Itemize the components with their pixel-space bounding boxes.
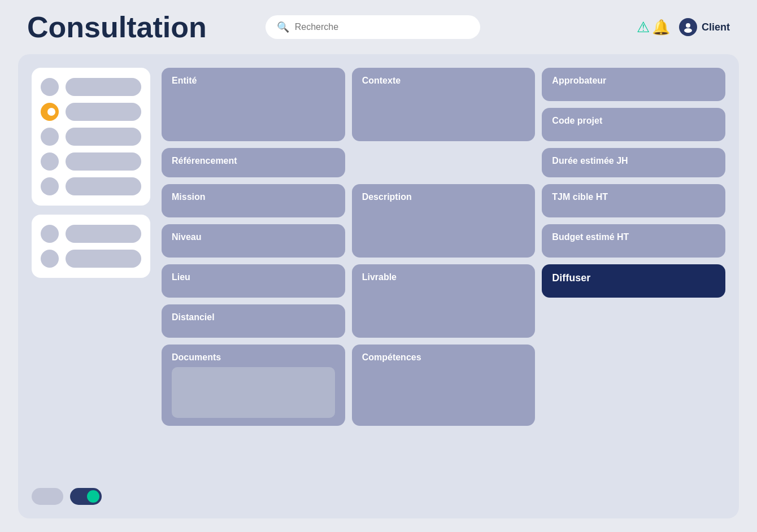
client-button[interactable]: Client: [679, 18, 730, 36]
field-contexte-label: Contexte: [362, 76, 401, 86]
field-diffuser[interactable]: Diffuser: [542, 264, 725, 298]
field-competences-label: Compétences: [362, 352, 421, 363]
sidebar-spacer: [32, 287, 150, 470]
header: Consultation 🔍 ⚠ 🔔 Client: [0, 0, 757, 54]
field-distanciel[interactable]: Distanciel: [162, 304, 345, 338]
toggle-knob-on: [87, 490, 99, 503]
field-budget-estime[interactable]: Budget estimé HT: [542, 224, 725, 258]
sidebar-pill-3[interactable]: [66, 128, 141, 146]
field-budget-estime-label: Budget estimé HT: [552, 232, 629, 242]
field-lieu[interactable]: Lieu: [162, 264, 345, 298]
sidebar-row-3: [41, 128, 141, 146]
sidebar-circle-b1[interactable]: [41, 225, 59, 243]
sidebar-row-b2: [41, 250, 141, 268]
sidebar-pill-2[interactable]: [66, 103, 141, 121]
field-lieu-label: Lieu: [172, 272, 190, 282]
field-mission[interactable]: Mission: [162, 184, 345, 217]
sidebar-circle-3[interactable]: [41, 128, 59, 146]
field-contexte[interactable]: Contexte: [352, 68, 536, 141]
sidebar-circle-5[interactable]: [41, 177, 59, 195]
field-mission-label: Mission: [172, 192, 206, 202]
sidebar-card-top: [32, 68, 150, 206]
field-diffuser-label: Diffuser: [552, 272, 590, 284]
alert-icon[interactable]: ⚠: [637, 19, 650, 36]
sidebar-panel: [32, 68, 150, 505]
bell-icon[interactable]: 🔔: [652, 19, 670, 36]
field-duree-estimee-label: Durée estimée JH: [552, 156, 628, 166]
sidebar-circle-b2[interactable]: [41, 250, 59, 268]
search-icon: 🔍: [277, 21, 289, 33]
field-tjm-cible-label: TJM cible HT: [552, 192, 608, 202]
sidebar-pill-5[interactable]: [66, 177, 141, 195]
sidebar-pill-b2[interactable]: [66, 250, 141, 268]
client-label: Client: [702, 21, 730, 33]
sidebar-pill-1[interactable]: [66, 78, 141, 96]
field-niveau-label: Niveau: [172, 232, 201, 242]
header-right: ⚠ 🔔 Client: [637, 18, 730, 36]
avatar: [679, 18, 697, 36]
field-documents[interactable]: Documents: [162, 345, 345, 426]
field-code-projet-label: Code projet: [552, 116, 602, 126]
sidebar-card-bottom: [32, 215, 150, 278]
field-referencement-label: Référencement: [172, 156, 237, 166]
notification-icons: ⚠ 🔔: [637, 19, 670, 36]
field-niveau[interactable]: Niveau: [162, 224, 345, 258]
bottom-toggles: [32, 479, 150, 505]
field-entite-label: Entité: [172, 76, 197, 86]
field-documents-label: Documents: [172, 352, 221, 363]
sidebar-row-1: [41, 78, 141, 96]
field-distanciel-label: Distanciel: [172, 312, 215, 322]
sidebar-pill-b1[interactable]: [66, 225, 141, 243]
sidebar-circle-1[interactable]: [41, 78, 59, 96]
content-panel: Entité Contexte Approbateur Code projet …: [162, 68, 725, 505]
field-tjm-cible[interactable]: TJM cible HT: [542, 184, 725, 217]
field-code-projet[interactable]: Code projet: [542, 108, 725, 141]
field-livrable-label: Livrable: [362, 272, 397, 282]
toggle-off[interactable]: [32, 488, 63, 505]
field-description-label: Description: [362, 192, 412, 202]
field-approbateur[interactable]: Approbateur: [542, 68, 725, 101]
toggle-knob: [47, 108, 55, 116]
search-input[interactable]: [295, 22, 469, 32]
field-competences[interactable]: Compétences: [352, 345, 536, 426]
sidebar-row-b1: [41, 225, 141, 243]
field-referencement[interactable]: Référencement: [162, 148, 345, 177]
svg-point-0: [686, 23, 690, 28]
field-approbateur-label: Approbateur: [552, 76, 606, 86]
main-container: Entité Contexte Approbateur Code projet …: [18, 54, 739, 518]
sidebar-circle-4[interactable]: [41, 152, 59, 171]
field-entite[interactable]: Entité: [162, 68, 345, 141]
documents-area: [172, 367, 335, 418]
sidebar-row-4: [41, 152, 141, 171]
svg-point-1: [684, 28, 692, 33]
sidebar-pill-4[interactable]: [66, 152, 141, 171]
sidebar-toggle-orange[interactable]: [41, 103, 59, 121]
page-title: Consultation: [27, 10, 207, 44]
sidebar-row-5: [41, 177, 141, 195]
field-livrable[interactable]: Livrable: [352, 264, 536, 338]
toggle-on[interactable]: [70, 488, 102, 505]
sidebar-row-2: [41, 103, 141, 121]
search-bar[interactable]: 🔍: [266, 15, 480, 39]
field-duree-estimee[interactable]: Durée estimée JH: [542, 148, 725, 177]
field-description[interactable]: Description: [352, 184, 536, 258]
